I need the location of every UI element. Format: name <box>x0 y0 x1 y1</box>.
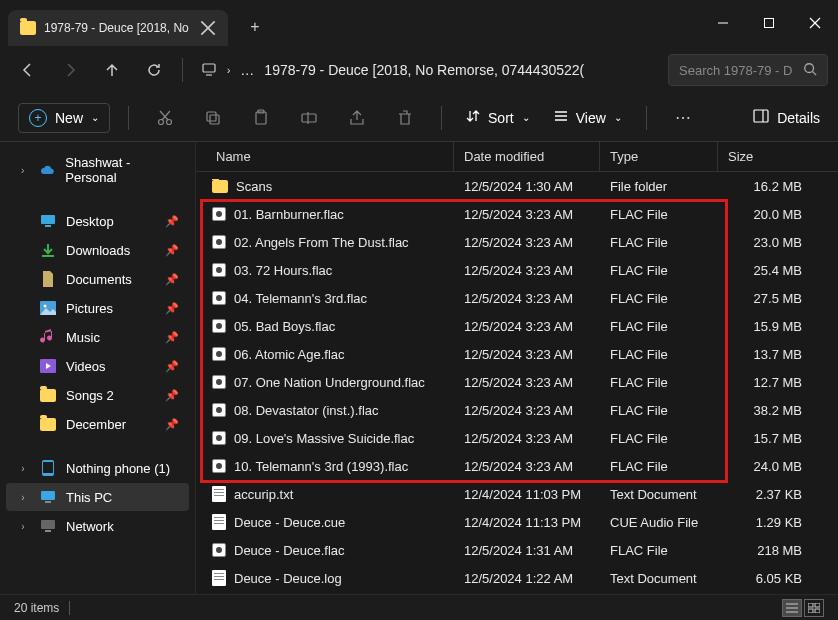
details-pane-button[interactable]: Details <box>753 109 820 126</box>
sidebar-item-label: December <box>66 417 126 432</box>
rename-button[interactable] <box>291 100 327 136</box>
view-button[interactable]: View ⌄ <box>548 109 628 126</box>
file-row[interactable]: accurip.txt12/4/2024 11:03 PMText Docume… <box>196 480 838 508</box>
file-size: 12.7 MB <box>718 375 838 390</box>
pin-icon: 📌 <box>165 302 179 315</box>
share-button[interactable] <box>339 100 375 136</box>
copy-button[interactable] <box>195 100 231 136</box>
new-tab-button[interactable]: + <box>240 12 270 42</box>
sidebar-item-network[interactable]: ›Network <box>6 512 189 540</box>
audio-file-icon <box>212 431 226 445</box>
file-type: FLAC File <box>600 235 718 250</box>
svg-point-28 <box>44 305 47 308</box>
sort-button[interactable]: Sort ⌄ <box>460 109 536 126</box>
sidebar-item-desktop[interactable]: Desktop📌 <box>6 207 189 235</box>
file-row[interactable]: 06. Atomic Age.flac12/5/2024 3:23 AMFLAC… <box>196 340 838 368</box>
new-button[interactable]: + New ⌄ <box>18 103 110 133</box>
file-name: 02. Angels From The Dust.flac <box>234 235 409 250</box>
chevron-right-icon[interactable]: › <box>16 165 29 176</box>
maximize-button[interactable] <box>746 3 792 43</box>
folder-icon <box>20 21 36 35</box>
chevron-right-icon[interactable]: › <box>16 492 30 503</box>
sidebar-item-pictures[interactable]: Pictures📌 <box>6 294 189 322</box>
file-row[interactable]: 03. 72 Hours.flac12/5/2024 3:23 AMFLAC F… <box>196 256 838 284</box>
column-type[interactable]: Type <box>600 142 718 171</box>
file-row[interactable]: 04. Telemann's 3rd.flac12/5/2024 3:23 AM… <box>196 284 838 312</box>
search-placeholder: Search 1978-79 - D <box>679 63 795 78</box>
sidebar-item-label: Desktop <box>66 214 114 229</box>
chevron-right-icon[interactable]: › <box>16 521 30 532</box>
column-date[interactable]: Date modified <box>454 142 600 171</box>
address-path: 1978-79 - Deuce [2018, No Remorse, 07444… <box>264 62 584 78</box>
svg-line-9 <box>813 71 817 75</box>
search-input[interactable]: Search 1978-79 - D <box>668 54 828 86</box>
chevron-down-icon: ⌄ <box>91 112 99 123</box>
separator <box>182 58 183 82</box>
file-list[interactable]: Scans12/5/2024 1:30 AMFile folder16.2 MB… <box>196 172 838 594</box>
file-row[interactable]: 05. Bad Boys.flac12/5/2024 3:23 AMFLAC F… <box>196 312 838 340</box>
paste-button[interactable] <box>243 100 279 136</box>
window-tab[interactable]: 1978-79 - Deuce [2018, No Rer <box>8 10 228 46</box>
close-window-button[interactable] <box>792 3 838 43</box>
forward-button[interactable] <box>52 52 88 88</box>
file-row[interactable]: 02. Angels From The Dust.flac12/5/2024 3… <box>196 228 838 256</box>
file-date: 12/5/2024 1:31 AM <box>454 543 600 558</box>
file-size: 38.2 MB <box>718 403 838 418</box>
sidebar-item-songs-2[interactable]: Songs 2📌 <box>6 381 189 409</box>
close-tab-button[interactable] <box>200 20 216 36</box>
sidebar-item-december[interactable]: December📌 <box>6 410 189 438</box>
file-size: 25.4 MB <box>718 263 838 278</box>
file-row[interactable]: 10. Telemann's 3rd (1993).flac12/5/2024 … <box>196 452 838 480</box>
cut-button[interactable] <box>147 100 183 136</box>
file-name: Deuce - Deuce.cue <box>234 515 345 530</box>
file-row[interactable]: 09. Love's Massive Suicide.flac12/5/2024… <box>196 424 838 452</box>
file-size: 2.37 KB <box>718 487 838 502</box>
sidebar-item-videos[interactable]: Videos📌 <box>6 352 189 380</box>
file-row[interactable]: Deuce - Deuce.log12/5/2024 1:22 AMText D… <box>196 564 838 592</box>
file-size: 23.0 MB <box>718 235 838 250</box>
svg-rect-41 <box>808 609 813 613</box>
sidebar-item-music[interactable]: Music📌 <box>6 323 189 351</box>
file-row[interactable]: 07. One Nation Underground.flac12/5/2024… <box>196 368 838 396</box>
file-row[interactable]: 01. Barnburner.flac12/5/2024 3:23 AMFLAC… <box>196 200 838 228</box>
file-date: 12/5/2024 3:23 AM <box>454 431 600 446</box>
details-view-toggle[interactable] <box>782 599 802 617</box>
sidebar-item-nothing-phone-1-[interactable]: ›Nothing phone (1) <box>6 454 189 482</box>
audio-file-icon <box>212 291 226 305</box>
sidebar-item-label: Pictures <box>66 301 113 316</box>
separator <box>128 106 129 130</box>
back-button[interactable] <box>10 52 46 88</box>
file-type: FLAC File <box>600 319 718 334</box>
file-date: 12/5/2024 3:23 AM <box>454 459 600 474</box>
sidebar-personal[interactable]: › Shashwat - Personal <box>6 149 189 191</box>
music-icon <box>40 329 56 345</box>
text-file-icon <box>212 486 226 502</box>
file-type: FLAC File <box>600 431 718 446</box>
file-date: 12/5/2024 3:23 AM <box>454 319 600 334</box>
file-row[interactable]: Deuce - Deuce.flac12/5/2024 1:31 AMFLAC … <box>196 536 838 564</box>
file-row[interactable]: 08. Devastator (inst.).flac12/5/2024 3:2… <box>196 396 838 424</box>
sidebar-item-downloads[interactable]: Downloads📌 <box>6 236 189 264</box>
minimize-button[interactable] <box>700 3 746 43</box>
svg-rect-15 <box>210 115 219 124</box>
sidebar-item-documents[interactable]: Documents📌 <box>6 265 189 293</box>
up-button[interactable] <box>94 52 130 88</box>
thumbnails-view-toggle[interactable] <box>804 599 824 617</box>
chevron-right-icon[interactable]: › <box>16 463 30 474</box>
sidebar-item-this-pc[interactable]: ›This PC <box>6 483 189 511</box>
delete-button[interactable] <box>387 100 423 136</box>
more-button[interactable]: ⋯ <box>665 100 701 136</box>
address-bar[interactable]: › … 1978-79 - Deuce [2018, No Remorse, 0… <box>193 61 662 80</box>
sidebar-item-label: Music <box>66 330 100 345</box>
column-name[interactable]: Name <box>196 142 454 171</box>
svg-rect-35 <box>45 530 51 532</box>
sidebar-item-label: Songs 2 <box>66 388 114 403</box>
file-row[interactable]: Deuce - Deuce.cue12/4/2024 11:13 PMCUE A… <box>196 508 838 536</box>
column-size[interactable]: Size <box>718 142 838 171</box>
refresh-button[interactable] <box>136 52 172 88</box>
titlebar: 1978-79 - Deuce [2018, No Rer + <box>0 0 838 46</box>
ellipsis-icon[interactable]: … <box>240 62 254 78</box>
file-row[interactable]: Scans12/5/2024 1:30 AMFile folder16.2 MB <box>196 172 838 200</box>
file-name: Scans <box>236 179 272 194</box>
svg-rect-40 <box>815 603 820 607</box>
